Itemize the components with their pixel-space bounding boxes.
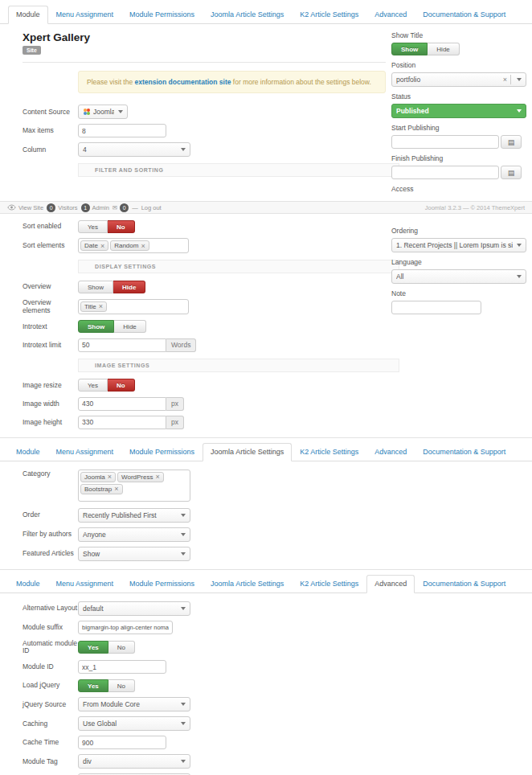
tag-joomla: Joomla× [80, 472, 116, 482]
admin-link[interactable]: 1 Admin [81, 203, 109, 212]
alternative-layout-select[interactable]: default [78, 601, 190, 616]
tab-advanced[interactable]: Advanced [366, 575, 415, 593]
jquery-source-select[interactable]: From Module Core [78, 697, 190, 711]
tab-joomla-article-settings[interactable]: Joomla Article Settings [203, 6, 292, 24]
cache-time-label: Cache Time [23, 738, 78, 747]
module-tag-select[interactable]: div [78, 754, 190, 769]
module-panel-continued: Sort enabled Yes No Sort elements Date× … [0, 214, 532, 434]
position-select[interactable]: portfolio × [391, 72, 526, 87]
tab-module-permissions[interactable]: Module Permissions [121, 443, 203, 461]
overview-hide-button[interactable]: Hide [113, 281, 145, 293]
content-source-select[interactable]: Joomla [78, 105, 128, 119]
page-title: Xpert Gallery [23, 31, 386, 43]
tab-module[interactable]: Module [8, 443, 48, 461]
note-label: Note [391, 289, 526, 297]
remove-tag-icon[interactable]: × [114, 485, 118, 493]
remove-tag-icon[interactable]: × [100, 242, 104, 250]
max-items-input[interactable] [78, 124, 166, 137]
clear-position-icon[interactable]: × [503, 76, 507, 84]
cache-time-input[interactable] [78, 736, 166, 749]
sort-enabled-yes-button[interactable]: Yes [78, 220, 108, 233]
tab-documentation-support[interactable]: Documentation & Support [415, 443, 514, 461]
start-publishing-input[interactable] [391, 135, 499, 149]
tab-k2-article-settings[interactable]: K2 Article Settings [292, 6, 366, 24]
show-title-hide-button[interactable]: Hide [428, 43, 459, 55]
tab-joomla-article-settings[interactable]: Joomla Article Settings [203, 443, 292, 461]
tab-advanced[interactable]: Advanced [366, 6, 415, 24]
image-height-label: Image height [23, 418, 78, 427]
module-id-input[interactable] [78, 660, 166, 674]
module-suffix-input[interactable] [78, 621, 173, 634]
tab-module-permissions[interactable]: Module Permissions [121, 575, 203, 593]
overview-show-button[interactable]: Show [78, 281, 113, 293]
calendar-icon[interactable]: ▤ [501, 135, 522, 149]
introtext-limit-input[interactable] [78, 338, 166, 352]
overview-label: Overview [23, 282, 78, 291]
view-site-link[interactable]: View Site [7, 204, 43, 211]
admin-status-bar: View Site 0 Visitors 1 Admin ✉ 0 — Log o… [0, 201, 532, 214]
status-select[interactable]: Published [391, 104, 526, 118]
remove-tag-icon[interactable]: × [108, 473, 112, 481]
alternative-layout-value: default [83, 605, 177, 613]
image-width-input[interactable] [78, 397, 166, 411]
load-jquery-no-button[interactable]: No [108, 679, 135, 692]
filter-by-authors-value: Anyone [83, 531, 177, 539]
introtext-show-button[interactable]: Show [78, 320, 114, 333]
documentation-notice: Please visit the extension documentation… [78, 71, 386, 93]
ordering-label: Ordering [391, 227, 526, 235]
filter-by-authors-select[interactable]: Anyone [78, 527, 190, 542]
messages-link[interactable]: ✉ 0 [113, 203, 129, 212]
visitors-link[interactable]: 0 Visitors [47, 203, 77, 212]
ordering-select[interactable]: 1. Recent Projects || Lorem Ipsum is si.… [391, 238, 526, 252]
tab-module[interactable]: Module [8, 575, 48, 593]
image-height-input[interactable] [78, 416, 166, 429]
chevron-down-icon [517, 275, 522, 278]
language-select[interactable]: All [391, 269, 526, 284]
featured-articles-value: Show [83, 550, 177, 558]
featured-articles-select[interactable]: Show [78, 547, 190, 561]
category-label: Category [23, 470, 78, 478]
joomla-article-settings-panel: Category Joomla× WordPress× Bootstrap× O… [0, 461, 532, 566]
tag-random: Random× [110, 240, 149, 251]
remove-tag-icon[interactable]: × [141, 242, 145, 250]
image-resize-yes-button[interactable]: Yes [78, 379, 108, 392]
eye-icon [7, 204, 16, 211]
image-resize-no-button[interactable]: No [108, 379, 135, 392]
sort-elements-input[interactable]: Date× Random× [78, 238, 189, 253]
documentation-link[interactable]: extension documentation site [135, 78, 231, 86]
tab-documentation-support[interactable]: Documentation & Support [415, 6, 514, 24]
remove-tag-icon[interactable]: × [99, 302, 103, 310]
sort-enabled-label: Sort enabled [23, 222, 78, 231]
remove-tag-icon[interactable]: × [155, 473, 159, 481]
tab-menu-assignment[interactable]: Menu Assignment [48, 575, 122, 593]
sort-enabled-no-button[interactable]: No [108, 220, 135, 233]
order-select[interactable]: Recently Published First [78, 508, 190, 523]
automatic-module-id-yes-button[interactable]: Yes [78, 641, 108, 654]
chevron-down-icon [181, 607, 186, 610]
tab-advanced[interactable]: Advanced [366, 443, 415, 461]
load-jquery-yes-button[interactable]: Yes [78, 679, 108, 692]
advanced-panel: Alternative Layout default Module suffix… [0, 593, 532, 775]
overview-elements-input[interactable]: Title× [78, 299, 189, 314]
tab-module-permissions[interactable]: Module Permissions [121, 6, 203, 24]
tab-k2-article-settings[interactable]: K2 Article Settings [292, 443, 366, 461]
introtext-hide-button[interactable]: Hide [114, 320, 145, 333]
calendar-icon[interactable]: ▤ [501, 166, 522, 179]
logout-link[interactable]: Log out [141, 204, 162, 211]
finish-publishing-input[interactable] [391, 166, 499, 179]
module-tag-label: Module Tag [23, 757, 78, 766]
automatic-module-id-no-button[interactable]: No [108, 641, 135, 654]
tab-joomla-article-settings[interactable]: Joomla Article Settings [203, 575, 292, 593]
caching-select[interactable]: Use Global [78, 716, 190, 731]
note-input[interactable] [391, 301, 481, 314]
tab-documentation-support[interactable]: Documentation & Support [415, 575, 514, 593]
tag-date: Date× [80, 240, 108, 251]
tab-k2-article-settings[interactable]: K2 Article Settings [292, 575, 366, 593]
tab-module[interactable]: Module [8, 6, 48, 24]
tab-menu-assignment[interactable]: Menu Assignment [48, 443, 122, 461]
tag-label: Bootstrap [84, 486, 112, 493]
column-select[interactable]: 4 [78, 142, 190, 157]
show-title-show-button[interactable]: Show [391, 43, 428, 55]
category-input[interactable]: Joomla× WordPress× Bootstrap× [78, 470, 190, 502]
tab-menu-assignment[interactable]: Menu Assignment [48, 6, 122, 24]
